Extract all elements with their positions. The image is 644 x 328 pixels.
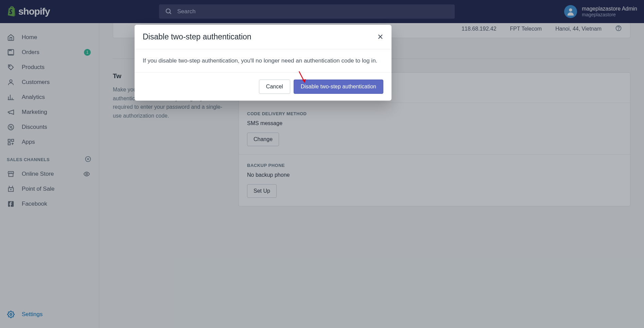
modal-title: Disable two-step authentication <box>143 32 251 41</box>
cancel-button[interactable]: Cancel <box>259 80 290 94</box>
modal-body: If you disable two-step authentication, … <box>135 49 391 73</box>
disable-2fa-modal: Disable two-step authentication ✕ If you… <box>135 25 391 101</box>
close-icon[interactable]: ✕ <box>377 33 383 41</box>
confirm-disable-button[interactable]: Disable two-step authentication <box>294 80 383 94</box>
